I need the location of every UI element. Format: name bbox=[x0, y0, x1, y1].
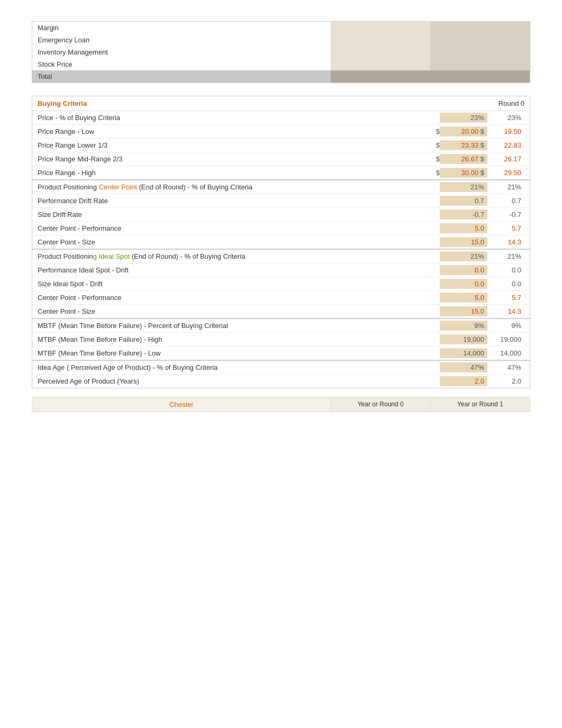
top-row-label: Emergency Loan bbox=[32, 34, 331, 46]
row-label: Center Point - Size bbox=[38, 307, 95, 315]
row-val1: 0.7 bbox=[440, 196, 487, 206]
row-label-container: Center Point - Performance bbox=[38, 224, 429, 232]
top-row-label: Inventory Management bbox=[32, 46, 331, 58]
row-val2: 0.0 bbox=[487, 265, 524, 275]
buying-criteria-section: Buying Criteria Round 0 Price - % of Buy… bbox=[32, 96, 530, 388]
row-val2: 5.7 bbox=[487, 223, 524, 233]
row-label-container: Price Range - Low bbox=[38, 128, 429, 135]
row-label-container: Product Positioning Ideal Spot (End of R… bbox=[38, 252, 429, 260]
row-val1: 23% bbox=[440, 113, 487, 123]
row-val1: 19,000 bbox=[440, 334, 487, 344]
row-label-container: Performance Drift Rate bbox=[38, 197, 429, 205]
row-val1: 47% bbox=[440, 362, 487, 372]
row-label: Price - % of Buying Criteria bbox=[38, 114, 120, 122]
row-label-container: MBTF (Mean Time Before Failure) - Percen… bbox=[38, 322, 429, 330]
row-val2: 14.3 bbox=[487, 306, 524, 316]
row-val2: 2.0 bbox=[487, 376, 524, 386]
row-val1: 23.33 $ bbox=[440, 140, 487, 150]
group-2: Product Positioning Ideal Spot (End of R… bbox=[32, 250, 530, 319]
row-label-container: Performance Ideal Spot - Drift bbox=[38, 266, 429, 274]
data-row: Perceived Age of Product (Years) 2.0 2.0 bbox=[32, 375, 530, 388]
top-row-v2 bbox=[430, 22, 530, 34]
row-label: Center Point - Size bbox=[38, 238, 95, 246]
data-row: Idea Age ( Perceived Age of Product) - %… bbox=[32, 361, 530, 375]
top-row-v2 bbox=[430, 34, 530, 46]
row-label-container: Product Positioning Center Point (End of… bbox=[38, 183, 429, 191]
top-row-v2 bbox=[430, 46, 530, 58]
row-label: Center Point - Performance bbox=[38, 224, 121, 232]
row-label-container: Price Range Lower 1/3 bbox=[38, 141, 429, 149]
row-val1: -0.7 bbox=[440, 210, 487, 220]
row-val2: 23% bbox=[487, 113, 524, 123]
row-val1: 15.0 bbox=[440, 306, 487, 316]
row-label-container: MTBF (Mean Time Before Failure) - High bbox=[38, 335, 429, 343]
row-label-container: Size Drift Rate bbox=[38, 211, 429, 219]
row-label: MTBF (Mean Time Before Failure) - Low bbox=[38, 349, 161, 357]
row-val2: 0.7 bbox=[487, 196, 524, 206]
buying-criteria-header: Buying Criteria Round 0 bbox=[32, 96, 530, 111]
row-val1: 0.0 bbox=[440, 279, 487, 289]
data-row: MBTF (Mean Time Before Failure) - Percen… bbox=[32, 319, 530, 333]
data-row: Center Point - Size 15.0 14.3 bbox=[32, 235, 530, 249]
data-row: Center Point - Size 15.0 14.3 bbox=[32, 305, 530, 318]
row-val2: 14,000 bbox=[487, 348, 524, 358]
data-row: MTBF (Mean Time Before Failure) - High 1… bbox=[32, 333, 530, 347]
data-row: Price Range Mid-Range 2/3 $ 26.67 $ 26.1… bbox=[32, 152, 530, 166]
row-val1: 5.0 bbox=[440, 223, 487, 233]
dollar-sign-right: $ bbox=[481, 141, 484, 149]
row-val1: 14,000 bbox=[440, 348, 487, 358]
top-row-v1 bbox=[331, 58, 430, 70]
buying-criteria-title: Buying Criteria bbox=[38, 99, 461, 107]
row-val1: 15.0 bbox=[440, 237, 487, 247]
top-row-v2 bbox=[430, 70, 530, 83]
data-row: Performance Drift Rate 0.7 0.7 bbox=[32, 194, 530, 208]
row-val1: 21% bbox=[440, 182, 487, 192]
data-row: Product Positioning Ideal Spot (End of R… bbox=[32, 250, 530, 263]
row-val2: 5.7 bbox=[487, 293, 524, 303]
row-label: MTBF (Mean Time Before Failure) - High bbox=[38, 335, 162, 343]
row-label: Performance Ideal Spot - Drift bbox=[38, 266, 129, 274]
dollar-sign-right: $ bbox=[481, 155, 484, 163]
dollar-sign-left: $ bbox=[429, 128, 440, 135]
row-label-prefix: Product Positionin bbox=[38, 252, 93, 260]
row-label-suffix: (End of Round) - % of Buying Criteria bbox=[137, 183, 252, 191]
row-label: Price Range - High bbox=[38, 169, 96, 177]
row-label-container: Center Point - Performance bbox=[38, 294, 429, 302]
row-val2: -0.7 bbox=[487, 210, 524, 220]
row-val2: 21% bbox=[487, 182, 524, 192]
row-label: MBTF (Mean Time Before Failure) - Percen… bbox=[38, 322, 228, 330]
row-label: Size Drift Rate bbox=[38, 211, 82, 219]
row-label: Center Point - Performance bbox=[38, 294, 121, 302]
top-row-v1 bbox=[331, 22, 430, 34]
row-label-container: Center Point - Size bbox=[38, 238, 429, 246]
group-4: Idea Age ( Perceived Age of Product) - %… bbox=[32, 361, 530, 388]
row-label-container: Price Range Mid-Range 2/3 bbox=[38, 155, 429, 163]
group-0: Price - % of Buying Criteria 23% 23% Pri… bbox=[32, 111, 530, 180]
row-val1: 20.00 $ bbox=[440, 126, 487, 136]
dollar-sign-right: $ bbox=[481, 169, 484, 177]
row-label-prefix: Product Positioning bbox=[38, 183, 99, 191]
top-row-label: Stock Price bbox=[32, 58, 331, 70]
data-row: Performance Ideal Spot - Drift 0.0 0.0 bbox=[32, 263, 530, 277]
dollar-sign-left: $ bbox=[429, 141, 440, 149]
chester-col2-header: Year or Round 1 bbox=[430, 397, 530, 412]
top-row-label: Margin bbox=[32, 22, 331, 34]
data-row: MTBF (Mean Time Before Failure) - Low 14… bbox=[32, 347, 530, 360]
row-val2: 19,000 bbox=[487, 334, 524, 344]
top-row-label: Total bbox=[32, 70, 331, 83]
row-label-suffix: (End of Round) - % of Buying Criteria bbox=[130, 252, 245, 260]
row-val2: 26.17 bbox=[487, 154, 524, 164]
row-val2: 22.83 bbox=[487, 140, 524, 150]
row-val2: 9% bbox=[487, 321, 524, 331]
row-val2: 47% bbox=[487, 362, 524, 372]
row-label: Size Ideal Spot - Drift bbox=[38, 280, 103, 288]
row-val2: 19.50 bbox=[487, 126, 524, 136]
data-row: Size Ideal Spot - Drift 0.0 0.0 bbox=[32, 277, 530, 291]
row-label: Performance Drift Rate bbox=[38, 197, 108, 205]
row-val1: 9% bbox=[440, 321, 487, 331]
group-3: MBTF (Mean Time Before Failure) - Percen… bbox=[32, 319, 530, 361]
row-label: Price Range Lower 1/3 bbox=[38, 141, 107, 149]
row-label-orange: Center Point bbox=[99, 183, 137, 191]
row-val1: 0.0 bbox=[440, 265, 487, 275]
row-val2: 14.3 bbox=[487, 237, 524, 247]
